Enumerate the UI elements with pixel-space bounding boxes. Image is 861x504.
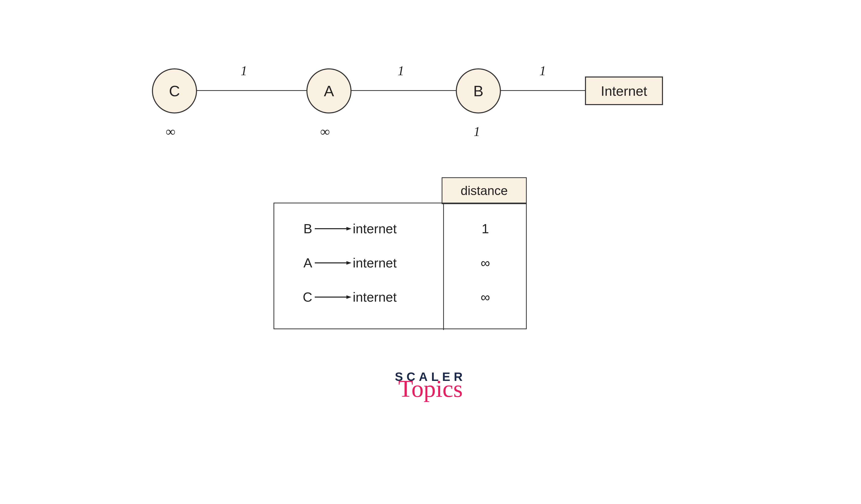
row-to: internet xyxy=(353,221,434,236)
node-c-distance: ∞ xyxy=(166,124,175,139)
row-to: internet xyxy=(353,255,434,271)
arrow-icon xyxy=(312,295,353,300)
node-a-distance: ∞ xyxy=(320,124,330,139)
node-a-label: A xyxy=(324,82,334,100)
edge-b-internet-weight: 1 xyxy=(539,63,546,78)
svg-marker-5 xyxy=(346,295,352,299)
table-row: A internet ∞ xyxy=(274,248,528,278)
table-row: B internet 1 xyxy=(274,214,528,244)
row-from: A xyxy=(284,255,312,271)
logo-line2: Topics xyxy=(367,377,494,401)
arrow-icon xyxy=(312,226,353,231)
svg-marker-3 xyxy=(346,261,352,265)
node-b-distance: 1 xyxy=(474,124,480,139)
edge-b-internet xyxy=(500,90,585,91)
node-b: B xyxy=(456,68,501,113)
edge-a-b xyxy=(351,90,456,91)
row-distance: ∞ xyxy=(443,289,528,305)
distance-table-body: B internet 1 A internet ∞ C internet ∞ xyxy=(273,203,527,329)
node-internet-label: Internet xyxy=(601,83,647,99)
distance-header: distance xyxy=(442,177,527,204)
svg-marker-1 xyxy=(346,227,352,230)
row-from: C xyxy=(284,289,312,305)
edge-c-a xyxy=(196,90,306,91)
arrow-icon xyxy=(312,260,353,265)
row-from: B xyxy=(284,221,312,236)
edge-c-a-weight: 1 xyxy=(241,63,247,78)
row-distance: ∞ xyxy=(443,255,528,271)
edge-a-b-weight: 1 xyxy=(398,63,404,78)
table-row: C internet ∞ xyxy=(274,282,528,312)
row-to: internet xyxy=(353,289,434,305)
node-c: C xyxy=(152,68,197,113)
network-graph: C ∞ 1 A ∞ 1 B 1 1 Internet xyxy=(152,68,671,149)
node-a: A xyxy=(306,68,352,113)
node-c-label: C xyxy=(169,82,180,100)
node-internet: Internet xyxy=(585,77,663,105)
row-distance: 1 xyxy=(443,221,528,236)
scaler-topics-logo: SCALER Topics xyxy=(367,370,494,401)
node-b-label: B xyxy=(473,82,483,100)
